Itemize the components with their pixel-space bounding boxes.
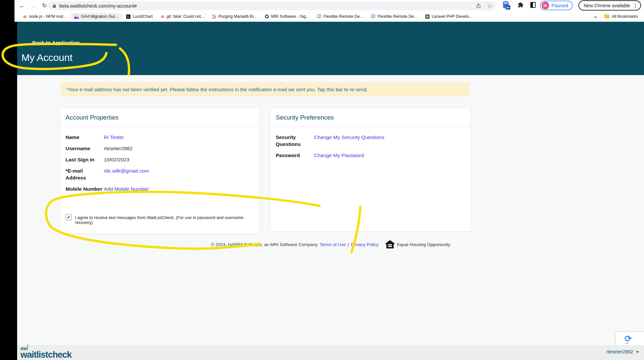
bottom-brand-bar: mri waitlistcheck rteseter2882 ▼ xyxy=(17,345,644,360)
last-sign-in-row: Last Sign In 10/02/2023 xyxy=(66,156,254,163)
add-mobile-number-link[interactable]: Add Mobile Number xyxy=(104,185,149,192)
page-content: *Your e-mail address has not been verifi… xyxy=(17,75,644,345)
bookmark-label: MRI Software - Sig... xyxy=(271,14,309,19)
bookmark-nodejs[interactable]: ≋ node.js - NPM nod... xyxy=(19,13,70,20)
chevron-down-icon: ▼ xyxy=(636,350,639,354)
account-properties-card: Account Properties Name Ri Tester Userna… xyxy=(60,108,260,234)
site-footer: © 2023, HAPPY Software, an MRI Software … xyxy=(17,240,644,249)
back-to-application-label: Back to Application xyxy=(32,40,80,46)
side-panel-icon[interactable] xyxy=(530,2,536,8)
profile-chip[interactable]: Ri Paused xyxy=(540,1,573,10)
change-security-questions-link[interactable]: Change My Security Questions xyxy=(314,134,384,148)
last-sign-in-label: Last Sign In xyxy=(66,156,104,163)
terms-of-use-link[interactable]: Terms of Use xyxy=(320,242,346,247)
address-bar[interactable]: beta.waitlistcheck.com/my-account# ☆ xyxy=(48,1,496,10)
password-label: Password xyxy=(276,152,314,159)
sync-paused-label: Paused xyxy=(551,3,568,8)
bookmark-label: node.js - NPM nod... xyxy=(29,14,67,19)
email-label: *E-mail Address xyxy=(66,167,104,181)
mri-logo: mri xyxy=(20,346,28,351)
email-value-link[interactable]: rile.wilk@gmail.com xyxy=(104,167,149,181)
bookmark-lucidchart[interactable]: L LucidChart xyxy=(122,13,156,20)
update-chrome-button[interactable]: New Chrome available ⋮ xyxy=(578,0,641,11)
name-value-link[interactable]: Ri Tester xyxy=(104,134,124,141)
username-row: Username rteseter2882 xyxy=(66,145,254,152)
account-properties-title: Account Properties xyxy=(66,114,119,121)
back-icon[interactable]: ← xyxy=(17,1,27,11)
divider xyxy=(600,14,601,19)
bookmark-flexible-remote-2[interactable]: ⓘ Flexible Remote De... xyxy=(367,12,421,21)
bookmark-flexible-remote-1[interactable]: ⓘ Flexible Remote De... xyxy=(313,12,367,21)
bookmark-star-icon[interactable]: ☆ xyxy=(487,2,492,10)
agree-checkbox[interactable]: ✓ xyxy=(66,214,72,220)
security-questions-row: Security Questions Change My Security Qu… xyxy=(276,134,465,148)
folder-icon xyxy=(604,15,609,18)
extension-badge: 9+ xyxy=(506,5,510,10)
bookmark-label: Flexible Remote De... xyxy=(323,14,363,19)
bookmark-label: git: fatal: Could not... xyxy=(166,14,204,19)
avatar: Ri xyxy=(542,2,549,9)
bookmark-mri-software[interactable]: MRI Software - Sig... xyxy=(261,13,313,20)
update-chrome-label: New Chrome available xyxy=(584,3,630,8)
name-row: Name Ri Tester xyxy=(66,134,254,141)
ring-icon xyxy=(265,14,269,18)
email-row: *E-mail Address rile.wilk@gmail.com xyxy=(66,167,254,181)
bookmarks-bar: ≋ node.js - NPM nod... GA4 Migration Gui… xyxy=(14,11,644,22)
last-sign-in-value: 10/02/2023 xyxy=(104,156,129,163)
all-bookmarks-label: All Bookmarks xyxy=(612,14,638,19)
bookmark-label: GA4 Migration Gui... xyxy=(81,14,118,19)
divider xyxy=(60,126,259,127)
script-icon: ≋ xyxy=(23,14,27,19)
browser-toolbar: ← → ↻ beta.waitlistcheck.com/my-account#… xyxy=(14,0,644,11)
name-label: Name xyxy=(66,134,104,141)
security-preferences-card: Security Preferences Security Questions … xyxy=(270,108,471,232)
security-preferences-title: Security Preferences xyxy=(276,114,334,121)
waitlistcheck-wordmark: waitlistcheck xyxy=(20,350,71,359)
recaptcha-badge[interactable]: ⟳ xyxy=(616,332,644,345)
password-row: Password Change My Password xyxy=(276,152,465,159)
forward-icon[interactable]: → xyxy=(28,1,38,11)
page-title: My Account xyxy=(21,52,72,63)
url-text[interactable]: beta.waitlistcheck.com/my-account# xyxy=(59,3,137,9)
change-password-link[interactable]: Change My Password xyxy=(314,152,364,159)
email-verification-banner[interactable]: *Your e-mail address has not been verifi… xyxy=(61,82,469,96)
bookmark-mariadb[interactable]: Purging Mariadb Bi... xyxy=(208,13,261,20)
bookmark-laravel[interactable]: Laravel PHP Develo... xyxy=(421,13,476,20)
mobile-number-row: Mobile Number Add Mobile Number xyxy=(66,185,254,192)
info-icon: ⓘ xyxy=(371,14,375,19)
waitlistcheck-logo: mri waitlistcheck xyxy=(20,346,71,359)
bookmark-ga4[interactable]: GA4 Migration Gui... xyxy=(70,13,122,20)
laravel-icon xyxy=(425,14,430,19)
footer-separator: | xyxy=(348,242,349,247)
username-value: rteseter2882 xyxy=(104,145,132,152)
back-to-application-link[interactable]: ← Back to Application xyxy=(22,39,80,47)
menu-kebab-icon[interactable]: ⋮ xyxy=(633,3,638,8)
mobile-number-label: Mobile Number xyxy=(66,185,104,192)
back-arrow-icon: ← xyxy=(22,39,29,47)
info-icon: ⓘ xyxy=(317,14,321,19)
share-icon[interactable] xyxy=(476,3,481,9)
equal-housing-label: Equal Housing Opportunity xyxy=(397,242,450,247)
grid-icon xyxy=(74,14,79,19)
privacy-policy-link[interactable]: Privacy Policy xyxy=(351,242,378,247)
browser-window: ← → ↻ beta.waitlistcheck.com/my-account#… xyxy=(0,0,644,360)
equal-housing-icon xyxy=(385,240,395,249)
email-verification-text: *Your e-mail address has not been verifi… xyxy=(66,87,368,92)
bookmark-git[interactable]: ≋ git: fatal: Could not... xyxy=(157,13,209,20)
puzzle-extensions-icon[interactable] xyxy=(517,2,524,9)
lock-icon xyxy=(52,3,57,9)
tab-counter-extension-icon[interactable]: 9+ xyxy=(503,1,509,8)
all-bookmarks-button[interactable]: All Bookmarks xyxy=(604,13,639,20)
bookmarks-overflow-icon[interactable]: » xyxy=(594,14,597,19)
user-menu[interactable]: rteseter2882 ▼ xyxy=(606,349,639,354)
sms-consent-row: ✓ I agree to receive text messages from … xyxy=(66,214,259,225)
username-label: Username xyxy=(66,145,104,152)
sms-consent-text: I agree to receive text messages from Wa… xyxy=(75,214,259,225)
copyright-text: © 2023, HAPPY Software, an MRI Software … xyxy=(211,242,318,247)
username-text: rteseter2882 xyxy=(606,349,633,354)
bookmark-label: Flexible Remote De... xyxy=(378,14,417,19)
document-icon xyxy=(212,14,216,19)
script-icon: ≋ xyxy=(160,14,165,19)
bookmark-label: LucidChart xyxy=(133,14,153,19)
divider xyxy=(270,126,471,127)
